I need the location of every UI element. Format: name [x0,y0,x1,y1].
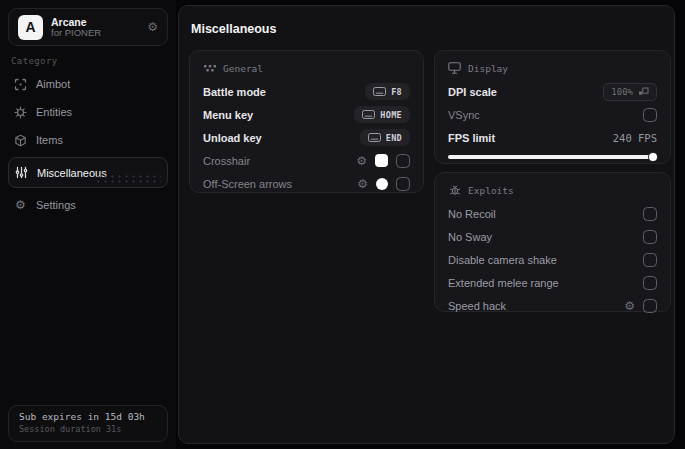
setting-label: No Sway [448,231,643,243]
no-recoil-checkbox[interactable] [643,207,657,221]
package-icon [14,134,27,147]
dots-decoration [95,174,161,184]
app-settings-gear-icon[interactable]: ⚙ [147,21,158,33]
setting-label: FPS limit [448,132,613,144]
fps-limit-slider[interactable] [448,152,657,162]
setting-label: Unload key [203,132,360,144]
setting-row-offscreen-arrows: Off-Screen arrows ⚙ [203,172,410,195]
sidebar-item-settings[interactable]: ⚙ Settings [8,191,168,219]
panel-header: General [223,63,263,74]
no-sway-checkbox[interactable] [643,230,657,244]
sidebar-item-aimbot[interactable]: Aimbot [8,70,168,98]
sidebar-item-miscellaneous[interactable]: Miscellaneous [8,157,168,188]
setting-row-speed-hack: Speed hack ⚙ [448,294,657,317]
setting-label: Off-Screen arrows [203,178,357,190]
app-card: A Arcane for PIONER ⚙ [8,8,168,46]
sidebar-item-label: Aimbot [36,78,70,90]
setting-label: Extended melee range [448,277,643,289]
setting-row-vsync: VSync [448,103,657,126]
keybind-badge[interactable]: HOME [354,106,410,123]
extended-melee-range-checkbox[interactable] [643,276,657,290]
keybind-badge[interactable]: F8 [365,83,410,100]
setting-label: Disable camera shake [448,254,643,266]
keyboard-icon [368,133,381,142]
setting-row-fps-limit: FPS limit 240 FPS [448,126,657,149]
vsync-checkbox[interactable] [643,108,657,122]
category-label: Category [11,56,58,66]
disable-camera-shake-checkbox[interactable] [643,253,657,267]
monitor-icon [448,62,461,75]
page-title: Miscellaneous [191,22,674,36]
bug-icon [448,184,461,197]
main-window: Miscellaneous General Battle mode F8 [178,5,675,444]
setting-label: DPI scale [448,86,603,98]
color-swatch[interactable] [375,154,388,167]
color-swatch[interactable] [376,178,388,190]
arrows-options-gear-icon[interactable]: ⚙ [357,178,368,190]
setting-label: Speed hack [448,300,624,312]
sidebar-item-label: Items [36,134,63,146]
app-name: Arcane [51,16,139,28]
scale-icon [638,87,649,96]
grid-icon [203,62,216,75]
crosshair-icon [14,78,27,91]
setting-row-dpi-scale: DPI scale 100% [448,80,657,103]
sidebar-nav: Aimbot Entities Items [0,70,176,219]
setting-label: Menu key [203,109,354,121]
setting-label: VSync [448,109,643,121]
sidebar-item-items[interactable]: Items [8,126,168,154]
setting-row-menu-key: Menu key HOME [203,103,410,126]
dpi-scale-select[interactable]: 100% [603,83,657,101]
entities-icon [14,106,27,119]
slider-track [448,155,657,159]
subscription-card: Sub expires in 15d 03h Session duration … [8,405,168,442]
panel-header: Display [468,63,508,74]
slider-knob[interactable] [649,153,657,161]
sliders-icon [15,166,28,179]
crosshair-checkbox[interactable] [396,154,410,168]
keyboard-icon [362,110,375,119]
display-panel: Display DPI scale 100% VSync [434,50,671,164]
setting-label: No Recoil [448,208,643,220]
sidebar-item-entities[interactable]: Entities [8,98,168,126]
panel-header: Exploits [468,185,514,196]
sidebar-item-label: Settings [36,199,76,211]
sub-expiry-text: Sub expires in 15d 03h [19,411,157,422]
keyboard-icon [373,87,386,96]
setting-row-crosshair: Crosshair ⚙ [203,149,410,172]
setting-row-no-sway: No Sway [448,225,657,248]
exploits-panel: Exploits No Recoil No Sway Disable camer… [434,172,671,312]
session-duration-text: Session duration 31s [19,424,157,434]
setting-row-unload-key: Unload key END [203,126,410,149]
offscreen-arrows-checkbox[interactable] [396,177,410,191]
app-subtitle: for PIONER [51,28,139,39]
setting-label: Crosshair [203,155,356,167]
sidebar-item-label: Entities [36,106,72,118]
gear-icon: ⚙ [14,199,27,212]
general-panel: General Battle mode F8 Menu key HOME Unl… [189,50,424,193]
speed-hack-checkbox[interactable] [643,299,657,313]
setting-label: Battle mode [203,86,365,98]
fps-limit-value: 240 FPS [613,132,657,144]
keybind-badge[interactable]: END [360,129,410,146]
setting-row-battle-mode: Battle mode F8 [203,80,410,103]
app-titles: Arcane for PIONER [51,16,139,39]
app-logo: A [18,15,43,40]
speed-hack-options-gear-icon[interactable]: ⚙ [624,300,635,312]
sidebar: A Arcane for PIONER ⚙ Category Aimbot [0,0,176,449]
setting-row-no-recoil: No Recoil [448,202,657,225]
setting-row-extended-melee-range: Extended melee range [448,271,657,294]
crosshair-options-gear-icon[interactable]: ⚙ [356,155,367,167]
setting-row-disable-camera-shake: Disable camera shake [448,248,657,271]
